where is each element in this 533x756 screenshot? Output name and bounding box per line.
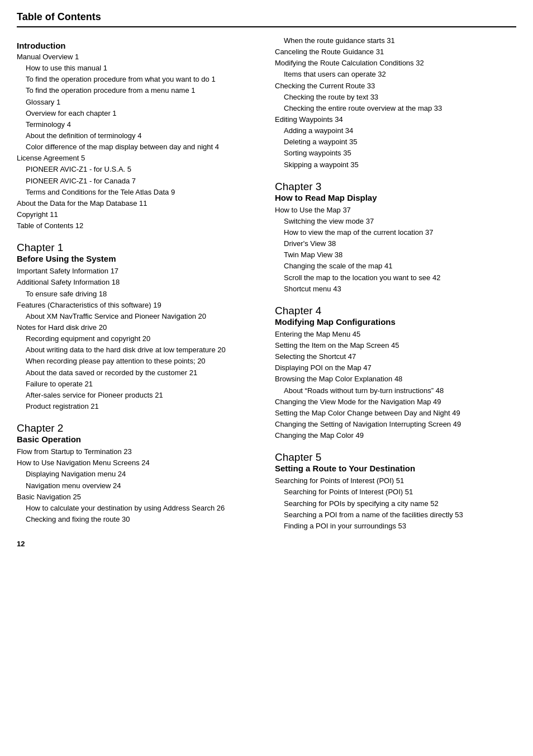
toc-item: Failure to operate 21 <box>17 379 258 390</box>
toc-item: Overview for each chapter 1 <box>17 108 258 119</box>
toc-item: To find the operation procedure from a m… <box>17 85 258 96</box>
toc-item: Recording equipment and copyright 20 <box>17 333 258 344</box>
toc-item: Scroll the map to the location you want … <box>275 272 516 284</box>
toc-item: Glossary 1 <box>17 97 258 108</box>
chapter-sub: How to Read Map Display <box>275 193 516 202</box>
toc-item: About writing data to the hard disk driv… <box>17 344 258 356</box>
toc-item: How to use this manual 1 <box>17 63 258 74</box>
toc-item: Checking the route by text 33 <box>275 92 516 103</box>
toc-item: Switching the view mode 37 <box>275 216 516 227</box>
chapter-heading: Chapter 2 <box>17 422 258 434</box>
toc-item: About XM NavTraffic Service and Pioneer … <box>17 311 258 322</box>
toc-item: Terms and Conditions for the Tele Atlas … <box>17 187 258 198</box>
toc-item: Searching for POIs by specifying a city … <box>275 498 516 509</box>
toc-item: Changing the View Mode for the Navigatio… <box>275 396 516 408</box>
chapter-sub: Setting a Route to Your Destination <box>275 464 516 473</box>
chapter-heading: Chapter 1 <box>17 242 258 254</box>
toc-item: Selecting the Shortcut 47 <box>275 351 516 362</box>
toc-item: When recording please pay attention to t… <box>17 356 258 367</box>
toc-item: About the data saved or recorded by the … <box>17 367 258 379</box>
toc-item: Displaying Navigation menu 24 <box>17 469 258 480</box>
toc-item: Finding a POI in your surroundings 53 <box>275 521 516 532</box>
toc-item: Changing the scale of the map 41 <box>275 261 516 272</box>
toc-item: Additional Safety Information 18 <box>17 277 258 288</box>
toc-item: Items that users can operate 32 <box>275 69 516 80</box>
toc-item: Manual Overview 1 <box>17 51 258 63</box>
toc-item: Changing the Setting of Navigation Inter… <box>275 419 516 430</box>
toc-item: Deleting a waypoint 35 <box>275 136 516 148</box>
toc-item: How to Use the Map 37 <box>275 205 516 216</box>
toc-item: How to view the map of the current locat… <box>275 227 516 238</box>
toc-item: Terminology 4 <box>17 119 258 130</box>
toc-item: Adding a waypoint 34 <box>275 125 516 136</box>
toc-item: PIONEER AVIC-Z1 - for U.S.A. 5 <box>17 164 258 175</box>
chapter-heading: Chapter 5 <box>275 451 516 464</box>
chapter-sub: Basic Operation <box>17 434 258 444</box>
chapter-sub: Before Using the System <box>17 254 258 263</box>
toc-item: Notes for Hard disk drive 20 <box>17 322 258 333</box>
toc-item: How to calculate your destination by usi… <box>17 503 258 514</box>
toc-item: Searching a POI from a name of the facil… <box>275 509 516 521</box>
toc-item: After-sales service for Pioneer products… <box>17 390 258 401</box>
toc-item: Important Safety Information 17 <box>17 266 258 277</box>
page-number: 12 <box>17 540 516 548</box>
toc-item: Browsing the Map Color Explanation 48 <box>275 374 516 385</box>
chapter-heading: Chapter 4 <box>275 305 516 317</box>
toc-item: About the Data for the Map Database 11 <box>17 198 258 209</box>
section-title: Introduction <box>17 41 258 50</box>
toc-item: Product registration 21 <box>17 401 258 412</box>
toc-item: Searching for Points of Interest (POI) 5… <box>275 486 516 498</box>
toc-item: Sorting waypoints 35 <box>275 148 516 159</box>
toc-item: Changing the Map Color 49 <box>275 430 516 441</box>
left-column: IntroductionManual Overview 1How to use … <box>17 35 258 532</box>
toc-item: Canceling the Route Guidance 31 <box>275 46 516 58</box>
toc-item: Color difference of the map display betw… <box>17 141 258 153</box>
toc-item: Flow from Startup to Termination 23 <box>17 446 258 457</box>
toc-item: About the definition of terminology 4 <box>17 130 258 141</box>
toc-item: PIONEER AVIC-Z1 - for Canada 7 <box>17 176 258 187</box>
toc-item: Entering the Map Menu 45 <box>275 329 516 340</box>
toc-item: Driver's View 38 <box>275 238 516 249</box>
toc-item: Features (Characteristics of this softwa… <box>17 300 258 311</box>
toc-item: Checking the Current Route 33 <box>275 81 516 92</box>
toc-item: To find the operation procedure from wha… <box>17 74 258 85</box>
chapter-sub: Modifying Map Configurations <box>275 317 516 327</box>
toc-item: Shortcut menu 43 <box>275 284 516 295</box>
toc-item: How to Use Navigation Menu Screens 24 <box>17 457 258 469</box>
toc-item: Skipping a waypoint 35 <box>275 159 516 171</box>
toc-item: To ensure safe driving 18 <box>17 289 258 300</box>
toc-item: Table of Contents 12 <box>17 220 258 231</box>
toc-item: When the route guidance starts 31 <box>275 35 516 46</box>
toc-item: License Agreement 5 <box>17 153 258 164</box>
right-column: When the route guidance starts 31Canceli… <box>275 35 516 532</box>
toc-item: Basic Navigation 25 <box>17 492 258 503</box>
toc-item: Twin Map View 38 <box>275 249 516 261</box>
toc-item: Setting the Item on the Map Screen 45 <box>275 340 516 351</box>
page-title: Table of Contents <box>17 11 516 27</box>
toc-item: Checking and fixing the route 30 <box>17 514 258 525</box>
toc-item: Checking the entire route overview at th… <box>275 103 516 114</box>
toc-item: Copyright 11 <box>17 209 258 220</box>
toc-item: Searching for Points of Interest (POI) 5… <box>275 475 516 486</box>
toc-item: Navigation menu overview 24 <box>17 480 258 492</box>
toc-item: Setting the Map Color Change between Day… <box>275 408 516 419</box>
toc-item: Editing Waypoints 34 <box>275 114 516 125</box>
toc-item: Displaying POI on the Map 47 <box>275 362 516 374</box>
toc-item: About “Roads without turn by-turn instru… <box>275 385 516 396</box>
toc-item: Modifying the Route Calculation Conditio… <box>275 58 516 69</box>
chapter-heading: Chapter 3 <box>275 181 516 193</box>
